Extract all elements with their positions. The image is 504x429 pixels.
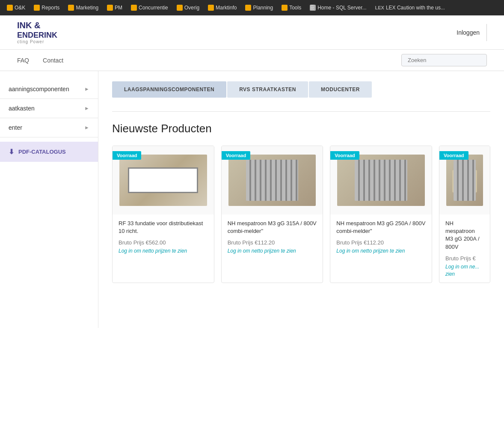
- site-header: INK & ENDERINK cting Power Inloggen: [0, 15, 504, 50]
- bookmark-tools[interactable]: Tools: [278, 3, 305, 12]
- product-card-4[interactable]: Voorraad NH M3 NH mespatro: [439, 146, 490, 283]
- bookmark-pm[interactable]: PM: [104, 3, 126, 12]
- product-login-note-1[interactable]: Log in om netto prijzen te zien: [119, 247, 208, 255]
- svg-rect-2: [279, 161, 282, 170]
- product-badge-2: Voorraad: [222, 151, 250, 160]
- svg-rect-4: [261, 171, 284, 191]
- product-price-4: Bruto Prijs €: [445, 255, 484, 262]
- product-badge-4: Voorraad: [439, 151, 468, 160]
- product-price-2: Bruto Prijs €112.20: [228, 239, 317, 246]
- fuse-svg-1: NH M3: [253, 159, 291, 202]
- header-divider: [486, 24, 487, 41]
- bookmark-icon-marketing: [68, 5, 74, 11]
- bookmark-marktinfo[interactable]: Marktinfo: [205, 3, 240, 12]
- logo[interactable]: INK & ENDERINK cting Power: [17, 21, 57, 45]
- tab-rvs-straatkasten[interactable]: RVS STRAATKASTEN: [227, 81, 308, 98]
- main-layout: aanningscomponenten ► aatkasten ► enter …: [0, 71, 504, 328]
- svg-text:NH M3: NH M3: [375, 179, 387, 184]
- sidebar-item-straatkasten[interactable]: aatkasten ►: [0, 99, 98, 118]
- bookmark-label-marketing: Marketing: [76, 5, 98, 11]
- product-image-fuse-3: NH M3: [446, 155, 483, 206]
- bookmark-label-reports: Reports: [42, 5, 59, 11]
- svg-rect-14: [471, 162, 474, 170]
- logo-main-text: INK & ENDERINK: [17, 21, 57, 40]
- product-card-1[interactable]: Voorraad RF 33 fundatie voor distributie…: [112, 146, 214, 283]
- content-area: LAAGSPANNINGSCOMPONENTEN RVS STRAATKASTE…: [98, 71, 504, 328]
- nav-item-contact[interactable]: Contact: [43, 51, 63, 70]
- svg-rect-9: [368, 170, 394, 193]
- product-info-2: NH mespatroon M3 gG 315A / 800V combi-me…: [222, 214, 323, 260]
- bookmark-icon-overig: [177, 5, 183, 11]
- sidebar-item-enter-label: enter: [9, 124, 22, 131]
- bookmark-icon-tools: [282, 5, 288, 11]
- product-badge-3: Voorraad: [330, 151, 359, 160]
- nav-item-faq[interactable]: FAQ: [17, 51, 29, 70]
- login-button[interactable]: Inloggen: [457, 29, 480, 36]
- product-login-note-2[interactable]: Log in om netto prijzen te zien: [228, 247, 317, 255]
- product-price-1: Bruto Prijs €562.00: [119, 239, 208, 246]
- bookmark-label-marktinfo: Marktinfo: [216, 5, 237, 11]
- bookmark-label-overig: Overig: [184, 5, 199, 11]
- category-tabs: LAAGSPANNINGSCOMPONENTEN RVS STRAATKASTE…: [112, 81, 490, 98]
- product-name-4: NH mespatroon M3 gG 200A / 800V: [445, 220, 484, 251]
- sidebar-item-spanningscomponenten[interactable]: aanningscomponenten ►: [0, 80, 98, 99]
- bookmark-lex-prefix: LEX: [375, 5, 384, 10]
- bookmark-icon-marktinfo: [208, 5, 214, 11]
- nav-bar: FAQ Contact: [0, 50, 504, 71]
- chevron-right-icon-2: ►: [84, 105, 89, 111]
- bookmark-icon-planning: [245, 5, 251, 11]
- product-info-1: RF 33 fundatie voor distributiekast 10 r…: [113, 214, 214, 260]
- product-card-2[interactable]: Voorraad NH M3 NH mespatro: [221, 146, 323, 283]
- tab-laagspanning[interactable]: LAAGSPANNINGSCOMPONENTEN: [112, 81, 226, 98]
- svg-rect-15: [452, 170, 477, 193]
- product-image-fuse-1: NH M3: [228, 155, 316, 206]
- bookmark-home-sql[interactable]: 🗄 Home - SQL Server...: [306, 3, 370, 12]
- logo-sub: cting Power: [17, 39, 57, 44]
- sidebar-item-enter[interactable]: enter ►: [0, 118, 98, 137]
- product-card-3[interactable]: Voorraad NH M3 NH mespatro: [330, 146, 432, 283]
- sidebar: aanningscomponenten ► aatkasten ► enter …: [0, 71, 98, 328]
- bookmark-label-tools: Tools: [289, 5, 301, 11]
- svg-rect-13: [462, 161, 466, 170]
- product-name-1: RF 33 fundatie voor distributiekast 10 r…: [119, 220, 208, 235]
- svg-rect-8: [388, 161, 391, 170]
- bookmark-label-planning: Planning: [253, 5, 273, 11]
- bookmark-overig[interactable]: Overig: [173, 3, 203, 12]
- bookmark-ok[interactable]: O&K: [3, 3, 29, 12]
- product-name-3: NH mespatroon M3 gG 250A / 800V combi-me…: [336, 220, 426, 235]
- bookmark-label-pm: PM: [115, 5, 122, 11]
- section-title: Nieuwste Producten: [112, 122, 490, 135]
- logo-line2: ENDERINK: [17, 31, 57, 39]
- product-image-fundatie: [119, 155, 207, 206]
- bookmark-icon-home-sql: 🗄: [310, 5, 316, 11]
- tab-moducenter[interactable]: MODUCENTER: [309, 81, 372, 98]
- product-info-3: NH mespatroon M3 gG 250A / 800V combi-me…: [330, 214, 432, 260]
- bookmark-icon-concurrentie: [131, 5, 137, 11]
- header-right: Inloggen: [457, 24, 487, 41]
- bookmark-icon-pm: [107, 5, 113, 11]
- bookmark-concurrentie[interactable]: Concurrentie: [127, 3, 172, 12]
- bookmark-reports[interactable]: Reports: [30, 3, 63, 12]
- bookmark-label-concurrentie: Concurrentie: [139, 5, 168, 11]
- svg-text:NH M3: NH M3: [266, 179, 278, 184]
- product-badge-1: Voorraad: [113, 151, 141, 160]
- bookmark-icon-reports: [34, 5, 40, 11]
- product-info-4: NH mespatroon M3 gG 200A / 800V Bruto Pr…: [439, 214, 490, 283]
- svg-rect-12: [454, 162, 458, 170]
- product-login-note-4[interactable]: Log in om ne... zien: [445, 263, 484, 278]
- bookmark-lex[interactable]: LEX LEX Caution with the us...: [371, 3, 448, 12]
- search-input[interactable]: [401, 54, 487, 66]
- bookmark-marketing[interactable]: Marketing: [65, 3, 102, 12]
- bookmark-icon-ok: [7, 5, 13, 11]
- products-grid: Voorraad RF 33 fundatie voor distributie…: [112, 146, 490, 283]
- product-login-note-3[interactable]: Log in om netto prijzen te zien: [336, 247, 426, 255]
- bookmark-planning[interactable]: Planning: [242, 3, 276, 12]
- svg-rect-16: [454, 171, 476, 190]
- svg-rect-10: [370, 171, 393, 191]
- svg-rect-6: [371, 161, 374, 170]
- svg-rect-3: [259, 170, 285, 193]
- svg-rect-7: [379, 160, 382, 170]
- sidebar-pdf-catalogus[interactable]: ⬇ PDF-CATALOGUS: [0, 142, 98, 162]
- section-divider: [112, 111, 490, 112]
- fuse-svg-2: NH M3: [362, 159, 400, 202]
